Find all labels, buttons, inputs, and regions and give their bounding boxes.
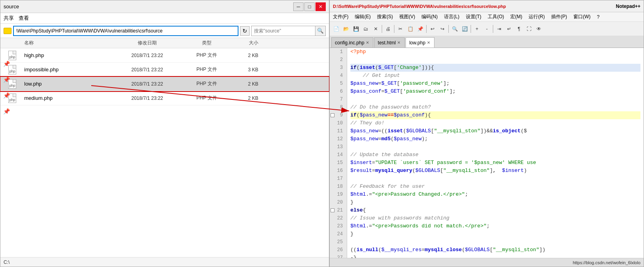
code-line-4: // Get input [350,72,640,80]
cut-button[interactable]: ✂ [396,24,405,34]
menu-encode[interactable]: 编码(N) [418,12,441,21]
toolbar-separator [382,25,382,33]
toolbar-separator [394,25,394,33]
line-num-7: 7 [330,95,344,103]
code-line-10: // They do! [350,119,640,127]
file-type: PHP 文件 [183,95,231,101]
search-input[interactable] [252,26,315,36]
window-controls: ─ □ ✕ [293,2,326,11]
file-explorer: source ─ □ ✕ 共享 查看 ↻ 🔍 名称 修改日期 类型 大小 php [0,0,329,267]
file-size: 2 KB [231,95,262,101]
code-line-24: } [350,230,640,238]
quick-access: 📌 📌 📌 📌 [0,56,12,115]
file-table-header: 名称 修改日期 类型 大小 [0,38,329,48]
tab-low[interactable]: low.php ✕ [406,37,434,48]
menu-macro[interactable]: 宏(M) [507,12,525,21]
zoom-in-button[interactable]: + [472,24,482,34]
menu-share[interactable]: 共享 [4,15,14,22]
tab-close-low[interactable]: ✕ [427,40,430,45]
tab-label-low: low.php [409,40,425,46]
open-button[interactable]: 📂 [341,24,351,34]
paste-button[interactable]: 📌 [415,24,425,34]
print-button[interactable]: 🖨 [383,24,393,34]
menu-run[interactable]: 运行(R) [525,12,548,21]
menu-tools[interactable]: 工具(O) [484,12,507,21]
file-row-lowphp[interactable]: php low.php 2018/7/1 23:22 PHP 文件 2 KB [0,77,329,91]
window-title: source [4,4,19,10]
search-icon-button[interactable]: 🔍 [315,26,325,36]
column-date: 修改日期 [111,40,183,46]
file-type: PHP 文件 [183,52,231,59]
close-button[interactable]: ✕ [371,24,381,34]
minimize-button[interactable]: ─ [293,2,304,11]
address-input[interactable] [13,26,238,36]
line-num-24: 24 [330,230,344,238]
undo-button[interactable]: ↩ [428,24,437,34]
find-button[interactable]: 🔍 [450,24,459,34]
menu-view[interactable]: 查看 [19,15,29,22]
copy-button[interactable]: 📋 [406,24,415,34]
menu-plugins[interactable]: 插件(P) [548,12,570,21]
refresh-button[interactable]: ↻ [240,26,250,36]
menu-view[interactable]: 视图(V) [396,12,418,21]
menu-settings[interactable]: 设置(T) [463,12,484,21]
code-line-3: if( isset( $_GET[ 'Change' ] ) ) { [350,64,640,72]
line-num-20: 20 [330,198,344,206]
tab-close-test[interactable]: ✕ [397,40,400,45]
npp-toolbar: 📄 📂 💾 🗂 ✕ 🖨 ✂ 📋 📌 ↩ ↪ 🔍 🔄 + - ⇥ ↵ ¶ ⛶ 👁 [330,22,644,36]
file-size: 3 KB [231,67,262,72]
preview-button[interactable]: 👁 [534,24,544,34]
folder-icon [4,28,12,34]
file-type: PHP 文件 [183,80,231,87]
file-name: impossible.php [24,67,111,72]
code-line-15: $insert = "UPDATE `users` SET password =… [350,159,640,167]
line-num-23: 23 [330,222,344,230]
line-num-4: 4 [330,72,344,80]
code-content[interactable]: <?php if( isset( $_GET[ 'Change' ] ) ) {… [347,48,644,258]
menu-window[interactable]: 窗口(W) [570,12,594,21]
redo-button[interactable]: ↪ [438,24,447,34]
pin-icon-3[interactable]: 📌 [2,92,10,99]
tab-test[interactable]: test.html ✕ [374,37,405,48]
file-row[interactable]: php high.php 2018/7/1 23:22 PHP 文件 2 KB [0,48,329,63]
pin-icon-4[interactable]: 📌 [2,107,10,115]
code-line-23: $html .= "<pre>Passwords did not match.<… [350,222,640,230]
maximize-button[interactable]: □ [304,2,315,11]
save-all-button[interactable]: 🗂 [361,24,371,34]
menu-edit[interactable]: 编辑(E) [352,12,374,21]
zoom-out-button[interactable]: - [482,24,492,34]
menu-search[interactable]: 搜索(S) [374,12,396,21]
menu-help[interactable]: ? [594,12,603,21]
line-num-3: 3 [330,64,344,72]
tab-close-config[interactable]: ✕ [366,40,369,45]
indent-button[interactable]: ⇥ [494,24,504,34]
menu-language[interactable]: 语言(L) [441,12,463,21]
line-num-6: 6 [330,88,344,95]
save-button[interactable]: 💾 [351,24,361,34]
tab-config[interactable]: config.inc.php ✕ [331,37,373,48]
file-size: 2 KB [231,53,262,58]
npp-title-bar: D:\SoftWare\PhpStudy\PHPTutorial\WWW\DVW… [330,0,644,12]
line-num-17: 17 [330,175,344,183]
code-editor[interactable]: 1 2 3 4 5 6 7 8 9 10 11 12 13 14 15 16 1… [330,48,644,258]
line-num-25: 25 [330,238,344,246]
pin-icon-2[interactable]: 📌 [2,76,10,84]
line-numbers: 1 2 3 4 5 6 7 8 9 10 11 12 13 14 15 16 1… [330,48,347,258]
wordwrap-button[interactable]: ↵ [504,24,514,34]
line-num-13: 13 [330,143,344,151]
file-row[interactable]: php impossible.php 2018/7/1 23:22 PHP 文件… [0,63,329,77]
file-name: low.php [24,81,111,87]
menu-file[interactable]: 文件(F) [330,12,352,21]
code-line-8: // Do the passwords match? [350,103,640,111]
pin-icon[interactable]: 📌 [2,60,10,68]
file-row[interactable]: php medium.php 2018/7/1 23:22 PHP 文件 2 K… [0,91,329,105]
whitespace-button[interactable]: ¶ [514,24,524,34]
replace-button[interactable]: 🔄 [460,24,469,34]
close-button[interactable]: ✕ [315,2,326,11]
column-name: 名称 [0,40,111,46]
new-button[interactable]: 📄 [331,24,341,34]
line-num-12: 12 [330,135,344,143]
menu-bar: 共享 查看 [0,13,329,24]
fullscreen-button[interactable]: ⛶ [524,24,534,34]
line-num-11: 11 [330,127,344,135]
